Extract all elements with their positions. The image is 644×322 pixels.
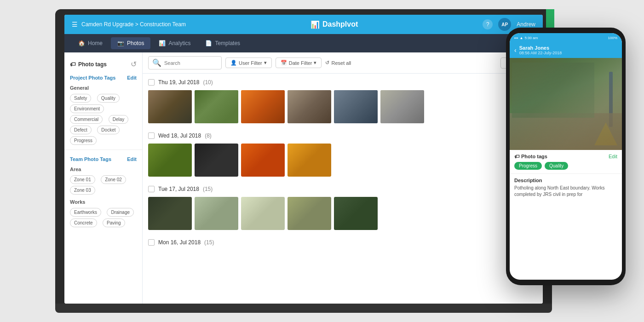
photo-thumb[interactable] [241,197,285,230]
phone-tags-header: 🏷 Photo tags Edit [514,154,617,159]
phone-badge-progress[interactable]: Progress [514,162,542,170]
back-button[interactable]: ‹ [514,46,517,54]
tag-zone02[interactable]: Zone 02 [101,175,126,184]
photo-thumb[interactable] [148,197,192,230]
sidebar-reset-icon[interactable]: ↺ [131,60,137,69]
date-header-jul18: Wed 18, Jul 2018 (8) [148,132,537,139]
home-icon: 🏠 [78,40,85,46]
nav-item-photos[interactable]: 📷 Photos [111,37,150,49]
phone-tags-edit-link[interactable]: Edit [609,154,617,159]
tag-docket[interactable]: Docket [97,126,120,134]
secondary-nav: 🏠 Home 📷 Photos 📊 Analytics 📄 Templates [64,34,543,52]
date-checkbox-jul17[interactable] [148,186,155,192]
date-label-jul17: Tue 17, Jul 2018 [158,186,199,192]
photo-thumb[interactable] [334,197,378,230]
search-input[interactable] [164,60,218,66]
tag-paving[interactable]: Paving [103,218,125,227]
date-label-jul19: Thu 19, Jul 2018 [158,79,199,86]
user-name-label: Andrew [517,21,535,28]
photo-thumb[interactable] [241,90,285,123]
phone-photo[interactable] [510,58,622,150]
reset-label: Reset all [331,60,351,66]
photo-thumb[interactable] [334,90,378,123]
photo-thumb[interactable] [148,144,192,177]
sidebar-header: 🏷 Photo tags ↺ [64,57,142,71]
date-filter-button[interactable]: 📅 Date Filter ▾ [276,58,322,68]
nav-item-templates[interactable]: 📄 Templates [199,37,247,49]
phone-user-name: Sarah Jones [519,45,617,51]
reset-icon: ↺ [325,60,329,66]
photos-icon: 📷 [117,40,124,46]
nav-item-analytics[interactable]: 📊 Analytics [152,37,197,49]
nav-item-home[interactable]: 🏠 Home [72,37,109,49]
user-filter-label: User Filter [239,60,262,66]
avatar[interactable]: AP [498,18,511,31]
team-tags-edit-link[interactable]: Edit [127,156,137,162]
search-icon: 🔍 [152,58,161,67]
date-count-jul19: (10) [203,79,213,86]
phone-tags-title: 🏷 Photo tags [514,154,547,159]
user-filter-button[interactable]: 👤 User Filter ▾ [225,58,272,68]
photo-grid-jul19 [148,90,537,123]
tag-quality[interactable]: Quality [97,94,120,103]
laptop-body: ☰ Camden Rd Upgrade > Construction Team … [55,9,552,304]
photo-thumb[interactable] [195,197,238,230]
hamburger-icon[interactable]: ☰ [72,21,78,28]
photo-thumb[interactable] [288,144,331,177]
photo-grid-jul17 [148,197,537,230]
laptop-stand [55,304,552,313]
nav-home-label: Home [88,40,103,46]
help-button[interactable]: ? [483,19,493,29]
phone-desc-text: Potholing along North East boundary. Wor… [514,185,617,198]
phone-screen: ▪▪▪ ▲ 5:30 am 100% ‹ Sarah Jones 08:56 A… [510,33,622,280]
date-checkbox-jul16[interactable] [148,239,155,246]
tag-defect[interactable]: Defect [70,126,92,134]
project-tags-edit-link[interactable]: Edit [127,75,137,80]
top-nav: ☰ Camden Rd Upgrade > Construction Team … [64,15,543,34]
date-header-jul16: Mon 16, Jul 2018 (15) [148,239,537,246]
team-photo-tags-label: Team Photo Tags [70,156,111,162]
tag-progress[interactable]: Progress [70,136,97,145]
reset-button[interactable]: ↺ Reset all [325,60,351,66]
tag-zone03[interactable]: Zone 03 [70,186,95,195]
photo-thumb[interactable] [241,144,285,177]
date-checkbox-jul18[interactable] [148,132,155,139]
date-group-jul17: Tue 17, Jul 2018 (15) [148,186,537,230]
top-nav-left: ☰ Camden Rd Upgrade > Construction Team [72,21,186,28]
photo-thumb[interactable] [288,197,331,230]
app-title-area: 📊 Dashplvot [186,20,483,29]
tag-commercial[interactable]: Commercial [70,115,103,124]
date-count-jul16: (15) [204,239,214,246]
photo-thumb[interactable] [288,90,331,123]
phone-badge-quality[interactable]: Quality [545,162,568,170]
tag-earthworks[interactable]: Earthworks [70,208,101,217]
team-photo-tags-section: Team Photo Tags Edit [64,153,142,164]
photo-thumb[interactable] [195,144,238,177]
question-icon: ? [486,21,489,28]
photos-container[interactable]: Thu 19, Jul 2018 (10) [143,74,543,304]
date-label-jul18: Wed 18, Jul 2018 [158,132,201,139]
date-header-jul19: Thu 19, Jul 2018 (10) [148,79,537,86]
search-box[interactable]: 🔍 [148,56,222,69]
date-header-jul17: Tue 17, Jul 2018 (15) [148,186,537,192]
bar-chart-icon: 📊 [310,20,320,29]
tag-safety[interactable]: Safety [70,94,91,103]
tag-drainage[interactable]: Drainage [107,208,134,217]
tag-delay[interactable]: Delay [109,115,129,124]
phone-user-info: Sarah Jones 08:56 AM 22-July-2018 [519,45,617,55]
date-filter-label: Date Filter [289,60,312,66]
photo-thumb[interactable] [195,90,238,123]
tag-zone01[interactable]: Zone 01 [70,175,95,184]
date-count-jul17: (15) [203,186,213,192]
sidebar-title: 🏷 Photo tags [70,61,107,68]
tag-environment[interactable]: Environment [70,104,104,113]
nav-photos-label: Photos [127,40,144,46]
photo-thumb[interactable] [380,90,424,123]
photo-thumb[interactable] [148,90,192,123]
works-category-label: Works [64,196,142,206]
date-checkbox-jul19[interactable] [148,79,155,86]
tag-icon: 🏷 [70,61,75,68]
date-group-jul18: Wed 18, Jul 2018 (8) [148,132,537,177]
tag-concrete[interactable]: Concrete [70,218,97,227]
general-category-label: General [64,82,142,92]
